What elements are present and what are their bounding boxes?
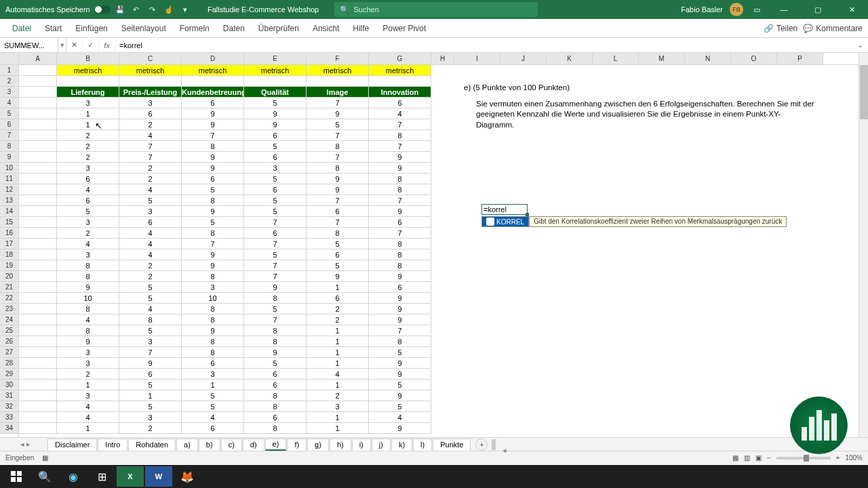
- cell[interactable]: 7: [369, 228, 431, 239]
- cell[interactable]: 9: [369, 206, 431, 217]
- cell[interactable]: 9: [119, 358, 182, 369]
- cell[interactable]: 6: [244, 228, 307, 239]
- cell[interactable]: [19, 314, 57, 325]
- sheet-tab-a)[interactable]: a): [176, 439, 198, 451]
- cell[interactable]: Image: [307, 87, 369, 98]
- cell[interactable]: 10: [182, 293, 244, 304]
- column-header[interactable]: I: [454, 53, 500, 64]
- cell[interactable]: 8: [57, 325, 119, 336]
- cell[interactable]: 5: [307, 260, 369, 271]
- cell[interactable]: 5: [119, 293, 182, 304]
- ribbon-tab-start[interactable]: Start: [38, 19, 68, 38]
- column-header[interactable]: M: [639, 53, 685, 64]
- cell[interactable]: 5: [244, 195, 307, 206]
- cell[interactable]: 1: [307, 325, 369, 336]
- cell[interactable]: 9: [182, 260, 244, 271]
- cell[interactable]: 6: [182, 423, 244, 434]
- vertical-scrollbar[interactable]: [859, 53, 868, 437]
- sheet-tab-Rohdaten[interactable]: Rohdaten: [128, 439, 176, 451]
- cell[interactable]: 9: [369, 314, 431, 325]
- cell[interactable]: 9: [369, 271, 431, 282]
- column-header[interactable]: J: [500, 53, 547, 64]
- ribbon-tab-überprüfen[interactable]: Überprüfen: [252, 19, 306, 38]
- cell[interactable]: 5: [369, 380, 431, 390]
- cell[interactable]: 8: [244, 390, 307, 401]
- cell[interactable]: [19, 293, 57, 304]
- cell[interactable]: 6: [244, 152, 307, 163]
- cell[interactable]: 7: [307, 152, 369, 163]
- cell[interactable]: [19, 195, 57, 206]
- autocomplete-option[interactable]: KORREL: [481, 216, 529, 227]
- save-icon[interactable]: 💾: [113, 3, 127, 16]
- task-view-icon[interactable]: ⊞: [88, 466, 115, 487]
- cell[interactable]: 8: [369, 336, 431, 347]
- cell[interactable]: [19, 260, 57, 271]
- cell[interactable]: [19, 271, 57, 282]
- more-icon[interactable]: ▾: [178, 3, 192, 16]
- minimize-button[interactable]: —: [770, 0, 797, 19]
- column-header[interactable]: H: [431, 53, 454, 64]
- ribbon-tab-daten[interactable]: Daten: [216, 19, 252, 38]
- cell[interactable]: 9: [57, 336, 119, 347]
- cell[interactable]: 7: [119, 152, 182, 163]
- cell[interactable]: 5: [57, 206, 119, 217]
- cell[interactable]: 8: [307, 141, 369, 152]
- cell[interactable]: 8: [244, 423, 307, 434]
- cell[interactable]: 7: [369, 141, 431, 152]
- cell[interactable]: 4: [119, 304, 182, 314]
- cell[interactable]: 5: [119, 282, 182, 293]
- cell[interactable]: 7: [119, 141, 182, 152]
- word-taskbar-icon[interactable]: W: [145, 466, 172, 487]
- cell[interactable]: [19, 239, 57, 249]
- cell[interactable]: 9: [182, 249, 244, 260]
- cell[interactable]: 5: [244, 98, 307, 108]
- cell[interactable]: 5: [307, 119, 369, 130]
- cell[interactable]: 5: [182, 401, 244, 412]
- cell[interactable]: [19, 325, 57, 336]
- row-header[interactable]: 11: [0, 174, 18, 184]
- cell[interactable]: 8: [369, 130, 431, 141]
- cortana-icon[interactable]: ◉: [60, 466, 87, 487]
- cell[interactable]: [19, 108, 57, 119]
- cell[interactable]: 8: [369, 239, 431, 249]
- row-header[interactable]: 34: [0, 423, 18, 434]
- column-header[interactable]: D: [182, 53, 244, 64]
- ribbon-tab-formeln[interactable]: Formeln: [173, 19, 216, 38]
- active-cell-editor[interactable]: =korrel: [481, 204, 528, 215]
- cell[interactable]: 8: [182, 195, 244, 206]
- cell[interactable]: [19, 76, 57, 87]
- cell[interactable]: 1: [57, 423, 119, 434]
- cell[interactable]: [19, 119, 57, 130]
- cell[interactable]: 5: [119, 325, 182, 336]
- comments-button[interactable]: 💬 Kommentare: [803, 24, 863, 33]
- cell[interactable]: 8: [307, 163, 369, 174]
- cell[interactable]: 5: [244, 141, 307, 152]
- cell[interactable]: 9: [244, 108, 307, 119]
- cell[interactable]: 8: [119, 314, 182, 325]
- cell[interactable]: 2: [307, 390, 369, 401]
- column-header[interactable]: P: [777, 53, 823, 64]
- cell[interactable]: 6: [369, 217, 431, 228]
- cell[interactable]: 8: [182, 141, 244, 152]
- search-box[interactable]: 🔍 Suchen: [334, 2, 538, 17]
- cell[interactable]: [19, 65, 57, 76]
- cell[interactable]: 7: [369, 325, 431, 336]
- cell[interactable]: 9: [182, 206, 244, 217]
- cell[interactable]: 9: [369, 304, 431, 314]
- cell[interactable]: 9: [182, 108, 244, 119]
- cell[interactable]: 6: [369, 98, 431, 108]
- ribbon-tab-ansicht[interactable]: Ansicht: [306, 19, 346, 38]
- column-header[interactable]: G: [369, 53, 431, 64]
- cell[interactable]: 1: [307, 412, 369, 423]
- cell[interactable]: 3: [119, 206, 182, 217]
- cell[interactable]: 2: [57, 369, 119, 380]
- cell[interactable]: 4: [57, 239, 119, 249]
- sheet-tab-Disclaimer[interactable]: Disclaimer: [47, 439, 97, 451]
- cell[interactable]: metrisch: [307, 65, 369, 76]
- row-header[interactable]: 28: [0, 358, 18, 369]
- row-header[interactable]: 3: [0, 87, 18, 98]
- formula-input[interactable]: =korrel: [115, 41, 852, 49]
- row-header[interactable]: 27: [0, 347, 18, 358]
- cell[interactable]: metrisch: [57, 65, 119, 76]
- zoom-slider[interactable]: [776, 457, 831, 460]
